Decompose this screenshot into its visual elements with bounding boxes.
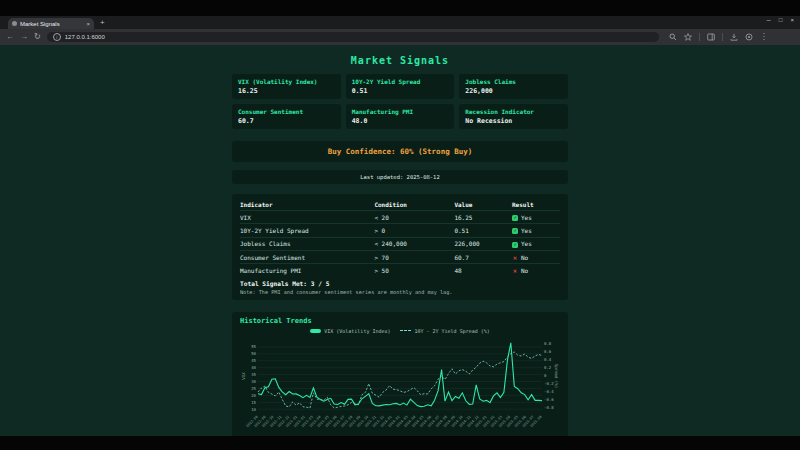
close-button[interactable]: × (790, 17, 794, 23)
svg-text:-0.2: -0.2 (544, 381, 554, 386)
cell-value: 60.7 (454, 251, 512, 264)
svg-text:0.8: 0.8 (544, 341, 552, 346)
page-title: Market Signals (232, 55, 568, 66)
result-label: Yes (521, 214, 532, 221)
legend-label: VIX (Volatility Index) (324, 328, 390, 334)
metric-card-manufacturing-pmi: Manufacturing PMI 48.0 (346, 104, 455, 129)
address-bar[interactable]: i 127.0.0.1:6000 (47, 32, 659, 42)
metric-value: No Recession (465, 117, 562, 125)
svg-text:Spread (%): Spread (%) (554, 364, 559, 388)
new-tab-button[interactable]: + (100, 18, 105, 27)
browser-chrome: Market Signals × + ─ □ × ← → ↻ i 127.0.0… (0, 16, 800, 45)
favicon-icon (12, 21, 17, 26)
page-content: Market Signals VIX (Volatility Index) 16… (232, 45, 568, 436)
svg-text:45: 45 (251, 358, 256, 363)
legend-item-spread: 10Y - 2Y Yield Spread (%) (400, 328, 489, 334)
extensions-icon[interactable] (745, 33, 753, 41)
signals-table-panel: Indicator Condition Value Result VIX < 2… (232, 194, 568, 300)
historical-trends-panel: Historical Trends VIX (Volatility Index)… (232, 312, 568, 436)
metric-value: 16.25 (238, 87, 335, 95)
trends-title: Historical Trends (240, 317, 560, 325)
side-panel-icon[interactable] (707, 33, 715, 41)
chart-legend: VIX (Volatility Index) 10Y - 2Y Yield Sp… (240, 328, 560, 334)
col-header-condition: Condition (374, 199, 454, 211)
menu-icon[interactable]: ⋮ (760, 33, 768, 41)
metric-label: Consumer Sentiment (238, 108, 335, 115)
metric-label: VIX (Volatility Index) (238, 78, 335, 85)
browser-toolbar: ← → ↻ i 127.0.0.1:6000 ⋮ (0, 29, 800, 45)
metric-label: Recession Indicator (465, 108, 562, 115)
toolbar-separator (699, 33, 700, 41)
last-updated-banner: Last updated: 2025-08-12 (232, 170, 568, 184)
cell-result: ✓Yes (512, 237, 560, 250)
cell-result: ✓Yes (512, 224, 560, 237)
cell-condition: < 20 (374, 211, 454, 224)
minimize-button[interactable]: ─ (767, 17, 771, 23)
svg-text:-0.8: -0.8 (544, 405, 554, 410)
check-icon: ✓ (512, 215, 518, 221)
site-info-icon[interactable]: i (53, 33, 61, 41)
svg-text:50: 50 (251, 351, 256, 356)
metric-value: 0.51 (352, 87, 449, 95)
cell-value: 48 (454, 264, 512, 277)
svg-text:-0.6: -0.6 (544, 397, 554, 402)
legend-label: 10Y - 2Y Yield Spread (%) (414, 328, 489, 334)
maximize-button[interactable]: □ (779, 17, 783, 23)
search-icon[interactable] (669, 33, 677, 41)
svg-text:20: 20 (251, 393, 256, 398)
svg-text:40: 40 (251, 365, 256, 370)
url-text: 127.0.0.1:6000 (65, 34, 105, 40)
metric-value: 48.0 (352, 117, 449, 125)
table-row: Manufacturing PMI > 50 48 ✕No (240, 264, 560, 277)
cell-result: ✕No (512, 264, 560, 277)
cell-indicator: Jobless Claims (240, 237, 374, 250)
result-label: No (521, 267, 528, 274)
metric-card-recession-indicator: Recession Indicator No Recession (459, 104, 568, 129)
cell-condition: > 50 (374, 264, 454, 277)
tab-strip: Market Signals × + ─ □ × (0, 16, 800, 29)
cell-value: 226,000 (454, 237, 512, 250)
metric-label: Jobless Claims (465, 78, 562, 85)
cell-indicator: VIX (240, 211, 374, 224)
svg-text:35: 35 (251, 372, 256, 377)
reload-button[interactable]: ↻ (34, 33, 41, 41)
metric-label: 10Y-2Y Yield Spread (352, 78, 449, 85)
toolbar-separator (722, 33, 723, 41)
col-header-result: Result (512, 199, 560, 211)
cell-condition: < 240,000 (374, 237, 454, 250)
forward-button[interactable]: → (20, 33, 28, 41)
signals-table: Indicator Condition Value Result VIX < 2… (240, 199, 560, 277)
svg-text:0.2: 0.2 (544, 365, 552, 370)
solid-line-swatch-icon (310, 329, 321, 333)
bookmark-star-icon[interactable] (684, 33, 692, 41)
trend-chart: 101520253035404550550.80.60.40.20-0.2-0.… (240, 336, 560, 436)
dashed-line-swatch-icon (400, 330, 411, 331)
check-icon: ✓ (512, 228, 518, 234)
signals-summary: Total Signals Met: 3 / 5 (240, 280, 560, 287)
tab-close-icon[interactable]: × (86, 21, 90, 27)
svg-text:0.6: 0.6 (544, 349, 552, 354)
window-controls: ─ □ × (767, 17, 794, 23)
col-header-value: Value (454, 199, 512, 211)
cross-icon: ✕ (512, 255, 518, 261)
table-row: Consumer Sentiment > 70 60.7 ✕No (240, 251, 560, 264)
back-button[interactable]: ← (6, 33, 14, 41)
table-row: VIX < 20 16.25 ✓Yes (240, 211, 560, 224)
svg-text:55: 55 (251, 344, 256, 349)
cell-condition: > 70 (374, 251, 454, 264)
cell-indicator: Manufacturing PMI (240, 264, 374, 277)
metric-card-vix: VIX (Volatility Index) 16.25 (232, 74, 341, 99)
cell-indicator: Consumer Sentiment (240, 251, 374, 264)
result-label: Yes (521, 240, 532, 247)
metric-cards: VIX (Volatility Index) 16.25 10Y-2Y Yiel… (232, 74, 568, 129)
signals-note: Note: The PMI and consumer sentiment ser… (240, 289, 560, 295)
download-icon[interactable] (730, 33, 738, 41)
metric-value: 226,000 (465, 87, 562, 95)
cross-icon: ✕ (512, 268, 518, 274)
result-label: No (521, 254, 528, 261)
screen: Market Signals × + ─ □ × ← → ↻ i 127.0.0… (0, 0, 800, 450)
svg-text:-0.4: -0.4 (544, 389, 554, 394)
svg-text:0.4: 0.4 (544, 357, 552, 362)
svg-text:0: 0 (544, 373, 547, 378)
browser-tab[interactable]: Market Signals × (8, 18, 94, 29)
